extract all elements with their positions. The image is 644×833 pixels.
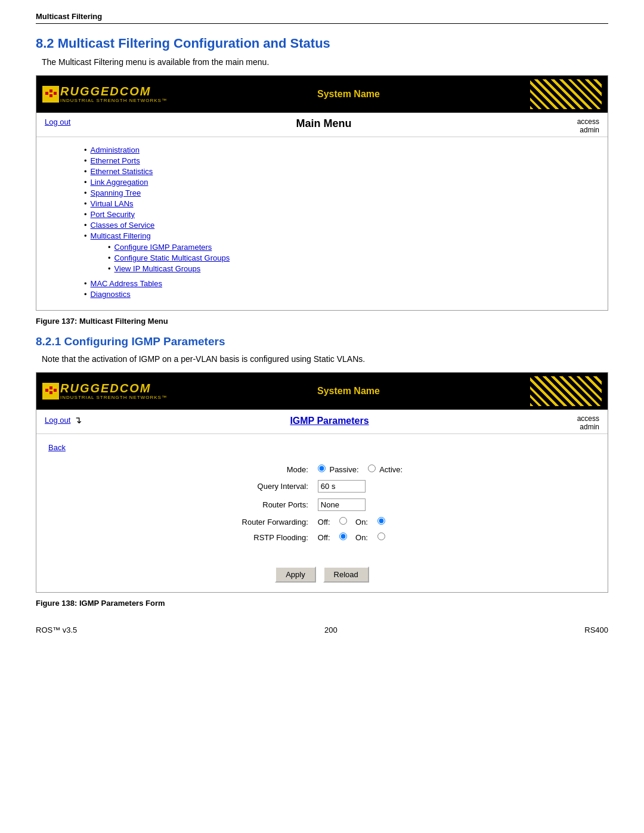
mac-address-tables-link[interactable]: MAC Address Tables xyxy=(91,279,162,288)
active-label: Active: xyxy=(379,465,402,474)
apply-button[interactable]: Apply xyxy=(275,566,316,583)
router-forwarding-label: Router Forwarding: xyxy=(230,514,313,529)
section-heading: 8.2 Multicast Filtering Configuration an… xyxy=(36,36,608,51)
rstp-on-label: On: xyxy=(355,533,368,542)
subsection-intro: Note that the activation of IGMP on a pe… xyxy=(42,354,608,364)
cursor-icon: ↴ xyxy=(74,414,82,426)
igmp-form-content: Back Mode: Passive: Active: Query Interv… xyxy=(36,434,608,592)
svg-rect-8 xyxy=(49,391,52,394)
classes-of-service-link[interactable]: Classes of Service xyxy=(91,221,155,230)
query-interval-label: Query Interval: xyxy=(230,477,313,496)
configure-static-multicast-link[interactable]: Configure Static Multicast Groups xyxy=(114,253,230,262)
list-item: Classes of Service xyxy=(84,221,596,230)
router-ports-input[interactable] xyxy=(318,498,366,511)
rf-on-radio[interactable] xyxy=(377,517,385,525)
reload-button[interactable]: Reload xyxy=(323,566,369,583)
footer-right: RS400 xyxy=(584,625,608,634)
list-item: Ethernet Ports xyxy=(84,156,596,165)
view-ip-multicast-link[interactable]: View IP Multicast Groups xyxy=(114,264,201,273)
svg-rect-6 xyxy=(45,389,48,392)
list-item: Ethernet Statistics xyxy=(84,167,596,176)
configure-igmp-link[interactable]: Configure IGMP Parameters xyxy=(114,243,212,252)
page-footer: ROS™ v3.5 200 RS400 xyxy=(36,625,608,634)
multicast-filtering-link[interactable]: Multicast Filtering xyxy=(91,231,151,240)
form-buttons: Apply Reload xyxy=(48,566,596,583)
igmp-header-system-name: System Name xyxy=(167,386,530,397)
mode-label: Mode: xyxy=(230,462,313,477)
list-item: Spanning Tree xyxy=(84,188,596,197)
igmp-logo-subtext: INDUSTRIAL STRENGTH NETWORKS™ xyxy=(60,395,167,400)
table-row: Query Interval: xyxy=(230,477,414,496)
igmp-access-info: access admin xyxy=(577,414,599,431)
multicast-submenu: Configure IGMP Parameters Configure Stat… xyxy=(108,243,596,273)
figure-138-caption: Figure 138: IGMP Parameters Form xyxy=(36,599,608,608)
passive-radio[interactable] xyxy=(318,465,326,472)
diagnostics-link[interactable]: Diagnostics xyxy=(91,290,131,299)
section-intro: The Multicast Filtering menu is availabl… xyxy=(42,57,608,67)
rstp-flooding-label: RSTP Flooding: xyxy=(230,529,313,545)
subsection-heading: 8.2.1 Configuring IGMP Parameters xyxy=(36,335,608,348)
figure-137-caption: Figure 137: Multicast Filtering Menu xyxy=(36,317,608,326)
list-item: Administration xyxy=(84,145,596,154)
access-info: access admin xyxy=(577,117,599,134)
svg-rect-4 xyxy=(54,92,57,95)
igmp-logo-text: RUGGEDCOM xyxy=(60,382,167,394)
list-item: Configure IGMP Parameters xyxy=(108,243,596,252)
table-row: Router Forwarding: Off: On: xyxy=(230,514,414,529)
footer-left: ROS™ v3.5 xyxy=(36,625,77,634)
list-item: MAC Address Tables xyxy=(84,279,596,288)
table-row: Router Ports: xyxy=(230,496,414,514)
mode-control: Passive: Active: xyxy=(313,462,414,477)
igmp-nav: Log out ↴ IGMP Parameters access admin xyxy=(36,410,608,434)
header-hatch xyxy=(530,79,602,109)
igmp-header-hatch xyxy=(530,376,602,406)
ethernet-ports-link[interactable]: Ethernet Ports xyxy=(91,156,140,165)
rstp-off-radio[interactable] xyxy=(339,532,347,540)
router-header: RUGGEDCOM INDUSTRIAL STRENGTH NETWORKS™ … xyxy=(36,76,608,113)
logo-icon xyxy=(42,86,59,103)
rstp-flooding-control: Off: On: xyxy=(313,529,414,545)
port-security-link[interactable]: Port Security xyxy=(91,210,135,219)
list-item: Virtual LANs xyxy=(84,199,596,208)
list-item: Configure Static Multicast Groups xyxy=(108,253,596,262)
list-item: Port Security xyxy=(84,210,596,219)
main-menu-box: RUGGEDCOM INDUSTRIAL STRENGTH NETWORKS™ … xyxy=(36,75,608,311)
main-menu-content: Administration Ethernet Ports Ethernet S… xyxy=(36,137,608,310)
query-interval-input[interactable] xyxy=(318,480,366,493)
table-row: Mode: Passive: Active: xyxy=(230,462,414,477)
spanning-tree-link[interactable]: Spanning Tree xyxy=(91,188,141,197)
ruggedcom-logo: RUGGEDCOM INDUSTRIAL STRENGTH NETWORKS™ xyxy=(42,85,167,103)
igmp-logout-link[interactable]: Log out xyxy=(45,416,70,425)
list-item: Diagnostics xyxy=(84,290,596,299)
logo-text: RUGGEDCOM xyxy=(60,85,167,97)
list-item: Multicast Filtering Configure IGMP Param… xyxy=(84,231,596,273)
list-item: View IP Multicast Groups xyxy=(108,264,596,273)
svg-rect-3 xyxy=(49,94,52,97)
list-item: Link Aggregation xyxy=(84,178,596,187)
link-aggregation-link[interactable]: Link Aggregation xyxy=(91,178,148,187)
igmp-form-box: RUGGEDCOM INDUSTRIAL STRENGTH NETWORKS™ … xyxy=(36,372,608,593)
igmp-page-title: IGMP Parameters xyxy=(82,414,577,427)
virtual-lans-link[interactable]: Virtual LANs xyxy=(91,199,134,208)
logout-link[interactable]: Log out xyxy=(45,117,70,126)
igmp-logo-icon xyxy=(42,383,59,400)
igmp-ruggedcom-logo: RUGGEDCOM INDUSTRIAL STRENGTH NETWORKS™ xyxy=(42,382,167,400)
router-forwarding-control: Off: On: xyxy=(313,514,414,529)
footer-center: 200 xyxy=(324,625,338,634)
admin-link[interactable]: Administration xyxy=(91,145,140,154)
main-menu-nav: Log out Main Menu access admin xyxy=(36,113,608,137)
main-menu-list: Administration Ethernet Ports Ethernet S… xyxy=(84,145,596,273)
router-ports-label: Router Ports: xyxy=(230,496,313,514)
active-radio[interactable] xyxy=(368,465,376,472)
rf-off-radio[interactable] xyxy=(339,517,347,525)
back-link[interactable]: Back xyxy=(48,443,66,452)
svg-rect-7 xyxy=(49,386,52,389)
extra-menu-list: MAC Address Tables Diagnostics xyxy=(84,279,596,299)
svg-rect-1 xyxy=(45,92,48,95)
igmp-parameters-table: Mode: Passive: Active: Query Interval: R… xyxy=(230,462,414,545)
table-row: RSTP Flooding: Off: On: xyxy=(230,529,414,545)
ethernet-stats-link[interactable]: Ethernet Statistics xyxy=(91,167,153,176)
rstp-on-radio[interactable] xyxy=(377,532,385,540)
breadcrumb: Multicast Filtering xyxy=(36,12,608,24)
igmp-router-header: RUGGEDCOM INDUSTRIAL STRENGTH NETWORKS™ … xyxy=(36,373,608,410)
